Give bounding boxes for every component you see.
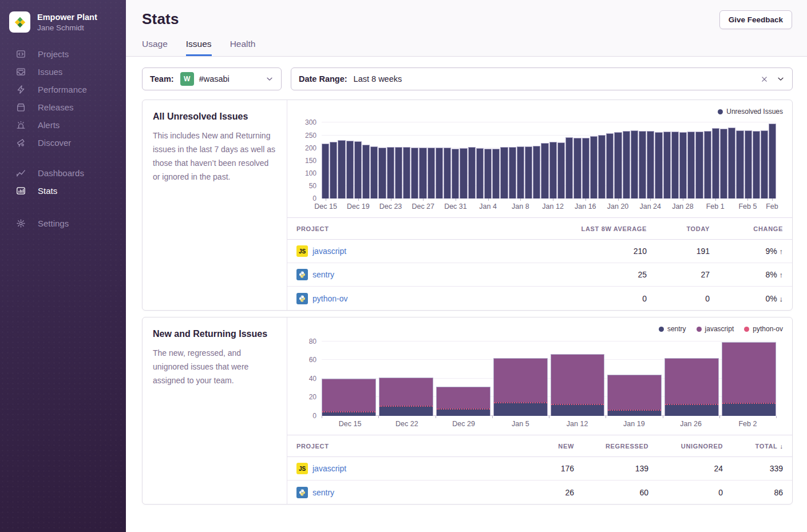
sidebar-item-label: Issues [38, 67, 62, 77]
x-axis-tick-label: Feb 5 [738, 203, 757, 211]
x-axis-tick [391, 198, 391, 201]
x-axis-tick [747, 198, 748, 201]
legend-item-sentry[interactable]: sentry [659, 325, 686, 333]
bar [338, 140, 345, 198]
legend-label: python-ov [753, 325, 783, 333]
y-axis-tick-label: 100 [305, 169, 317, 177]
sidebar-item-label: Alerts [38, 120, 60, 130]
date-range-selector[interactable]: Date Range: Last 8 weeks [291, 68, 793, 90]
y-axis-tick-label: 40 [309, 375, 317, 383]
org-switcher[interactable]: Empower Plant Jane Schmidt [0, 0, 126, 36]
tab-usage[interactable]: Usage [142, 39, 168, 56]
x-axis-tick [326, 198, 326, 201]
chart-legend: sentryjavascriptpython-ov [296, 324, 783, 334]
sidebar-item-releases[interactable]: Releases [0, 98, 126, 116]
x-axis-tick-label: Jan 12 [542, 203, 564, 211]
legend-item-unresolved-issues[interactable]: Unresolved Issues [718, 108, 783, 116]
sidebar-item-label: Discover [38, 138, 71, 148]
sidebar-item-projects[interactable]: Projects [0, 45, 126, 63]
x-axis-tick-label: Jan 4 [479, 203, 497, 211]
project-link-python-ov[interactable]: python-ov [312, 294, 347, 303]
python-platform-icon [296, 269, 308, 280]
x-axis-tick [618, 198, 619, 201]
panel-description: The new, regressed, and unignored issues… [153, 346, 276, 387]
change-cell: 9% ↑ [719, 247, 792, 256]
legend-label: Unresolved Issues [726, 108, 783, 116]
give-feedback-button[interactable]: Give Feedback [719, 10, 792, 29]
chart-plot: 050100150200250300 [322, 120, 776, 198]
bar [695, 132, 703, 198]
project-link-javascript[interactable]: javascript [312, 464, 346, 473]
value-cell: 0 [656, 294, 719, 303]
org-user-name: Jane Schmidt [37, 23, 97, 32]
stacked-bar [664, 358, 719, 416]
stacked-bar [607, 375, 662, 416]
sidebar-item-issues[interactable]: Issues [0, 63, 126, 81]
bar [598, 135, 606, 198]
x-axis-tick [378, 416, 379, 418]
panel-description: This includes New and Returning issues i… [153, 129, 276, 184]
org-logo-icon [9, 11, 30, 33]
x-axis-tick [715, 198, 716, 201]
change-cell: 8% ↑ [719, 270, 792, 279]
column-header-new: NEW [526, 443, 583, 450]
sidebar-item-performance[interactable]: Performance [0, 81, 126, 98]
bar [606, 133, 614, 198]
table-row: sentry2660086 [287, 481, 792, 504]
filter-bar: Team: W #wasabi Date Range: Last 8 weeks [142, 68, 793, 90]
x-axis-tick [358, 198, 359, 201]
value-cell: 339 [732, 464, 792, 473]
change-cell: 0% ↓ [719, 294, 792, 303]
sidebar-item-stats[interactable]: Stats [0, 182, 126, 200]
bar [631, 130, 638, 198]
bar [411, 148, 418, 198]
stacked-bar [379, 378, 433, 416]
legend-dot-icon [697, 327, 702, 332]
legend-dot-icon [744, 327, 749, 332]
tab-issues[interactable]: Issues [186, 39, 212, 56]
sidebar-item-dashboards[interactable]: Dashboards [0, 164, 126, 182]
unresolved-issues-chart: Unresolved Issues 050100150200250300 Dec… [287, 100, 792, 217]
new-returning-issues-table: PROJECTNEWREGRESSEDUNIGNOREDTOTAL↓JSjava… [287, 435, 792, 504]
chevron-down-icon[interactable] [266, 75, 274, 83]
stats-icon [15, 186, 26, 196]
clear-icon[interactable] [761, 76, 768, 83]
project-link-javascript[interactable]: javascript [312, 247, 346, 256]
bar [541, 143, 548, 198]
x-axis-tick-label: Dec 15 [314, 203, 337, 211]
project-link-sentry[interactable]: sentry [312, 270, 334, 279]
tab-health[interactable]: Health [230, 39, 256, 56]
x-axis-tick-label: Jan 16 [575, 203, 596, 211]
x-axis-tick-label: Jan 20 [607, 203, 629, 211]
value-cell: 26 [526, 488, 583, 497]
y-axis-tick-label: 150 [305, 157, 317, 165]
date-range-label: Date Range: [299, 74, 347, 84]
project-link-sentry[interactable]: sentry [312, 488, 334, 497]
legend-item-python-ov[interactable]: python-ov [744, 325, 783, 333]
chevron-down-icon[interactable] [777, 75, 785, 83]
team-selector[interactable]: Team: W #wasabi [142, 68, 282, 90]
value-cell: 210 [559, 247, 656, 256]
column-header-total[interactable]: TOTAL↓ [732, 443, 792, 450]
bar [395, 147, 402, 198]
stacked-bar-bottom-segment [665, 404, 718, 416]
x-axis-tick-label: Dec 15 [339, 420, 362, 428]
x-axis-tick [719, 416, 720, 418]
stacked-bar [322, 379, 376, 416]
sidebar-item-discover[interactable]: Discover [0, 134, 126, 152]
bar [745, 130, 752, 198]
unresolved-issues-table: PROJECTLAST 8W AVERAGETODAYCHANGEJSjavas… [287, 217, 792, 310]
legend-item-javascript[interactable]: javascript [697, 325, 734, 333]
table-row: JSjavascript17613924339 [287, 457, 792, 481]
bar [452, 149, 459, 198]
y-axis-tick-label: 50 [309, 182, 317, 190]
x-axis-tick-label: Dec 29 [452, 420, 475, 428]
sidebar-item-alerts[interactable]: Alerts [0, 116, 126, 134]
bar [403, 147, 410, 198]
bar [647, 131, 654, 198]
bar [370, 146, 378, 198]
sidebar-item-settings[interactable]: Settings [0, 215, 126, 232]
value-cell: 86 [732, 488, 792, 497]
bar [590, 136, 598, 198]
sidebar-item-label: Dashboards [38, 168, 84, 178]
